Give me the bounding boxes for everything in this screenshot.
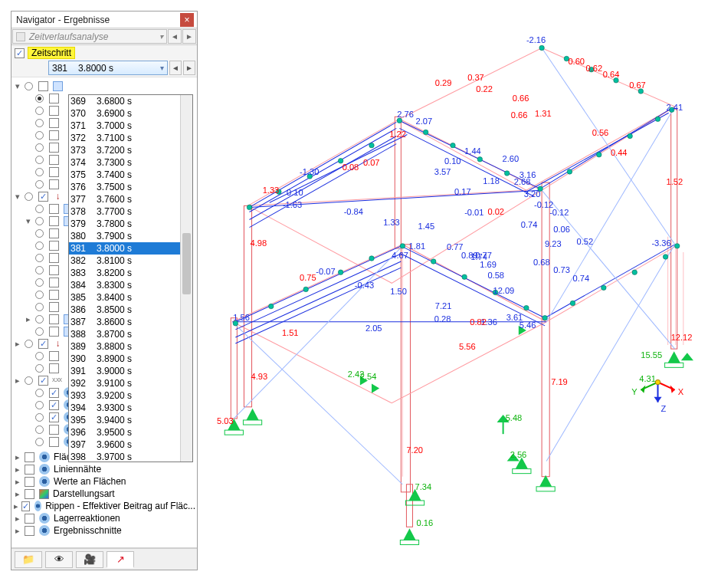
timestep-next-button[interactable]: ► — [183, 61, 195, 75]
value-label: 4.98 — [251, 238, 267, 248]
value-label: 0.22 — [476, 84, 493, 94]
dropdown-item[interactable]: 3873.8600 s — [69, 316, 180, 328]
dropdown-item[interactable]: 3793.7800 s — [69, 218, 180, 230]
analysis-icon — [16, 32, 25, 41]
dropdown-item[interactable]: 3923.9100 s — [69, 377, 180, 389]
dropdown-item[interactable]: 3903.8900 s — [69, 353, 180, 365]
svg-point-36 — [400, 244, 405, 248]
tree-row[interactable]: ▸Werte an Flächen — [13, 475, 195, 488]
value-label: 0.16 — [417, 518, 434, 527]
value-label: 1.18 — [483, 176, 500, 186]
dropdown-item[interactable]: 3753.7400 s — [69, 169, 180, 181]
tab-results[interactable]: ↗ — [107, 551, 134, 568]
dropdown-item[interactable]: 3893.8800 s — [69, 340, 180, 353]
current-index: 381 — [52, 63, 78, 74]
dropdown-item[interactable]: 3963.9500 s — [69, 426, 180, 439]
value-label: 7.19 — [551, 377, 568, 386]
value-label: 0.17 — [454, 187, 471, 196]
dropdown-item[interactable]: 3953.9400 s — [69, 414, 180, 426]
dropdown-item[interactable]: 3703.6900 s — [69, 107, 180, 120]
svg-rect-60 — [243, 420, 261, 425]
svg-marker-65 — [539, 475, 552, 487]
dropdown-scrollbar[interactable] — [180, 95, 192, 462]
tab-eye[interactable]: 👁 — [45, 551, 73, 568]
timestep-dropdown[interactable]: 3693.6800 s3703.6900 s3713.7000 s3723.71… — [68, 94, 193, 462]
zeitschritt-checkbox[interactable]: ✓ — [15, 48, 25, 58]
zeitschritt-label: Zeitschritt — [28, 47, 75, 59]
timestep-prev-button[interactable]: ◄ — [169, 61, 182, 75]
dropdown-item[interactable]: 3723.7100 s — [69, 132, 180, 144]
tree-row[interactable]: ▸✓Rippen - Effektiver Beitrag auf Fläc..… — [13, 500, 195, 512]
analysis-next-button[interactable]: ► — [182, 29, 196, 44]
value-label: 0.64 — [603, 70, 620, 79]
dropdown-item[interactable]: 3783.7700 s — [69, 205, 180, 218]
timestep-select[interactable]: 381 3.8000 s ▾ — [48, 61, 168, 75]
dropdown-item[interactable]: 3833.8200 s — [69, 267, 180, 279]
tab-camera[interactable]: 🎥 — [76, 551, 103, 568]
svg-point-43 — [601, 285, 606, 290]
axis-x-label: X — [678, 387, 684, 396]
tree-row[interactable]: ▸Lagerreaktionen — [13, 512, 195, 524]
value-label: 5.48 — [506, 413, 523, 422]
dropdown-item[interactable]: 3743.7300 s — [69, 156, 180, 169]
svg-point-26 — [567, 169, 572, 174]
axis-y-label: Y — [631, 387, 638, 396]
navigator-title-bar[interactable]: Navigator - Ergebnisse × — [11, 11, 197, 28]
dropdown-item[interactable]: 3693.6800 s — [69, 95, 180, 107]
value-label: 1.50 — [390, 287, 407, 296]
tree-row[interactable]: ▾ — [13, 80, 195, 92]
close-icon[interactable]: × — [180, 13, 194, 27]
value-label: 0.68 — [533, 258, 550, 267]
value-label: 0.02 — [487, 207, 504, 216]
value-label: 0.66 — [511, 110, 528, 120]
analysis-prev-button[interactable]: ◄ — [168, 29, 182, 44]
tree-row[interactable]: ▸Ergebnisschnitte — [13, 524, 195, 537]
dropdown-item[interactable]: 3853.8400 s — [69, 291, 180, 304]
svg-point-37 — [431, 259, 436, 264]
value-label: 5.46 — [520, 320, 536, 330]
value-label: -1.30 — [300, 167, 319, 176]
dropdown-item[interactable]: 3733.7200 s — [69, 144, 180, 156]
value-label: -3.36 — [651, 238, 670, 248]
dropdown-item[interactable]: 3803.7900 s — [69, 230, 180, 242]
svg-rect-70 — [665, 363, 683, 367]
axis-z-label: Z — [661, 404, 667, 413]
dropdown-item[interactable]: 3883.8700 s — [69, 328, 180, 340]
tree-row[interactable]: ▸Darstellungsart — [13, 488, 195, 500]
value-label: 0.66 — [513, 94, 529, 103]
dropdown-item[interactable]: 3773.7600 s — [69, 193, 180, 205]
svg-point-23 — [477, 157, 482, 162]
dropdown-item[interactable]: 3863.8500 s — [69, 304, 180, 316]
dropdown-item[interactable]: 3763.7500 s — [69, 181, 180, 193]
tree-row[interactable]: ▸Liniennähte — [13, 463, 195, 475]
dropdown-item[interactable]: 3823.8100 s — [69, 255, 180, 267]
value-label: 0.62 — [586, 64, 603, 73]
tab-project[interactable]: 📁 — [15, 551, 42, 568]
scrollbar-thumb[interactable] — [182, 233, 191, 294]
dropdown-item[interactable]: 3713.7000 s — [69, 120, 180, 132]
value-label: 0.73 — [553, 265, 570, 274]
svg-point-42 — [570, 301, 575, 305]
dropdown-item[interactable]: 3913.9000 s — [69, 365, 180, 377]
value-label: 9.23 — [545, 239, 562, 248]
dropdown-item[interactable]: 3843.8300 s — [69, 279, 180, 291]
current-step-row: 381 3.8000 s ▾ ◄ ► — [11, 61, 197, 77]
value-label: 0.74 — [521, 220, 538, 229]
dropdown-item[interactable]: 3973.9600 s — [69, 439, 180, 451]
value-label: 1.33 — [263, 186, 280, 195]
model-viewport[interactable]: X Y Z -2.162.412.762.073.16-1.30-3.361.8… — [201, 12, 705, 585]
svg-rect-64 — [405, 501, 424, 505]
value-label: 4.31 — [639, 374, 656, 383]
svg-point-27 — [597, 153, 601, 157]
dropdown-item[interactable]: 3813.8000 s — [69, 242, 180, 255]
value-label: 1.52 — [667, 177, 683, 186]
analysis-label: Zeitverlaufsanalyse — [29, 31, 108, 42]
dropdown-item[interactable]: 3943.9300 s — [69, 402, 180, 414]
value-label: 2.05 — [365, 324, 382, 333]
value-label: -0.12 — [549, 208, 569, 217]
value-label: 0.82 — [470, 317, 487, 327]
dropdown-item[interactable]: 3983.9700 s — [69, 451, 180, 462]
dropdown-item[interactable]: 3933.9200 s — [69, 389, 180, 402]
chevron-down-icon: ▾ — [160, 64, 164, 72]
analysis-select[interactable]: Zeitverlaufsanalyse ▾ — [12, 29, 167, 44]
